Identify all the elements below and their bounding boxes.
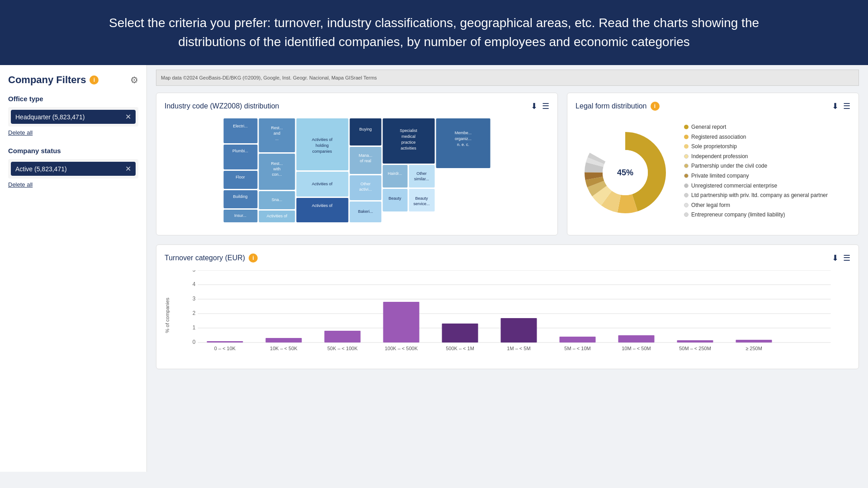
- legend-dot-sole-proprietorship: [684, 144, 689, 149]
- company-status-tag-text: Active (5,823,471): [15, 165, 67, 173]
- map-bar: Map data ©2024 GeoBasis-DE/BKG (©2009), …: [156, 70, 859, 86]
- industry-chart-title: Industry code (WZ2008) distribution: [165, 102, 279, 110]
- industry-chart-card: Industry code (WZ2008) distribution ⬇ ☰ …: [156, 93, 558, 235]
- turnover-chart-header: Turnover category (EUR) i ⬇ ☰: [165, 253, 850, 263]
- svg-text:Other: Other: [360, 182, 371, 186]
- svg-text:Electri...: Electri...: [233, 124, 248, 128]
- svg-text:≥ 250M: ≥ 250M: [745, 346, 762, 351]
- svg-text:Beauty: Beauty: [389, 196, 402, 201]
- legend-label-ltd-partnership: Ltd partnership with priv. ltd. company …: [691, 192, 828, 199]
- legal-form-chart-title: Legal form distribution: [576, 102, 646, 110]
- svg-text:50M – < 250M: 50M – < 250M: [679, 346, 711, 351]
- company-status-section: Company status Active (5,823,471) ✕ Dele…: [8, 147, 138, 188]
- svg-text:50K – < 100K: 50K – < 100K: [327, 346, 358, 351]
- legend-dot-unregistered: [684, 183, 689, 188]
- legal-form-download-icon[interactable]: ⬇: [832, 101, 839, 111]
- legend-item-private-limited: Private limited company: [684, 173, 828, 180]
- svg-text:5M – < 10M: 5M – < 10M: [564, 346, 590, 351]
- legend-item-independent-profession: Independent profession: [684, 153, 828, 160]
- svg-text:1M – < 5M: 1M – < 5M: [507, 346, 530, 351]
- company-status-delete-all[interactable]: Delete all: [8, 181, 138, 188]
- sidebar-title: Company Filters: [8, 74, 86, 86]
- svg-rect-28: [297, 198, 349, 222]
- company-status-remove-button[interactable]: ✕: [125, 164, 131, 173]
- legend-dot-private-limited: [684, 174, 689, 178]
- legend-item-sole-proprietorship: Sole proprietorship: [684, 143, 828, 150]
- legal-form-chart-title-row: Legal form distribution i: [576, 102, 659, 111]
- svg-rect-83: [207, 341, 243, 343]
- header-banner: Select the criteria you prefer: turnover…: [0, 0, 868, 65]
- industry-menu-icon[interactable]: ☰: [542, 101, 549, 111]
- svg-text:Mana...: Mana...: [359, 153, 373, 158]
- svg-text:3: 3: [193, 296, 196, 302]
- svg-text:5: 5: [193, 270, 196, 273]
- turnover-menu-icon[interactable]: ☰: [843, 253, 850, 263]
- svg-text:medical: medical: [401, 134, 415, 139]
- svg-text:with: with: [273, 167, 281, 171]
- svg-text:Bakeri...: Bakeri...: [358, 209, 373, 214]
- legal-form-menu-icon[interactable]: ☰: [843, 101, 850, 111]
- svg-text:con...: con...: [272, 172, 282, 177]
- sidebar-info-icon[interactable]: i: [90, 75, 99, 84]
- legal-form-chart-actions: ⬇ ☰: [832, 101, 850, 111]
- svg-text:Activities of: Activities of: [312, 182, 333, 186]
- svg-rect-97: [618, 335, 655, 343]
- legend-label-general-report: General report: [691, 124, 726, 131]
- svg-text:Rest...: Rest...: [271, 161, 283, 166]
- svg-text:100K – < 500K: 100K – < 500K: [385, 346, 418, 351]
- sidebar-header: Company Filters i ⚙: [8, 74, 138, 86]
- legend-label-other-legal: Other legal form: [691, 202, 730, 209]
- svg-text:Plumbi...: Plumbi...: [232, 149, 248, 153]
- turnover-chart-title-row: Turnover category (EUR) i: [165, 253, 258, 263]
- charts-row: Industry code (WZ2008) distribution ⬇ ☰ …: [156, 93, 859, 235]
- donut-chart-area: 45% General report Registered associatio…: [576, 118, 850, 227]
- y-axis-label: % of companies: [165, 270, 178, 361]
- office-type-tag-text: Headquarter (5,823,471): [15, 113, 85, 121]
- office-type-tag: Headquarter (5,823,471) ✕: [11, 110, 136, 124]
- svg-text:activities: activities: [401, 146, 416, 150]
- svg-text:activi...: activi...: [359, 187, 372, 192]
- svg-rect-87: [325, 331, 361, 343]
- svg-text:1: 1: [193, 324, 196, 331]
- legend-label-sole-proprietorship: Sole proprietorship: [691, 143, 737, 150]
- content-area: Map data ©2024 GeoBasis-DE/BKG (©2009), …: [147, 65, 868, 472]
- svg-rect-99: [677, 340, 713, 343]
- office-type-section: Office type Headquarter (5,823,471) ✕ De…: [8, 95, 138, 136]
- sidebar: Company Filters i ⚙ Office type Headquar…: [0, 65, 147, 472]
- legend-label-private-limited: Private limited company: [691, 173, 749, 180]
- map-bar-text: Map data ©2024 GeoBasis-DE/BKG (©2009), …: [161, 75, 377, 80]
- main-layout: Company Filters i ⚙ Office type Headquar…: [0, 65, 868, 472]
- turnover-chart-actions: ⬇ ☰: [832, 253, 850, 263]
- turnover-info-icon[interactable]: i: [249, 253, 258, 263]
- treemap-svg: Electri... Plumbi... Floor Building Insu…: [165, 118, 549, 222]
- industry-download-icon[interactable]: ⬇: [531, 101, 538, 111]
- svg-text:organiz...: organiz...: [455, 136, 472, 141]
- treemap-container: Electri... Plumbi... Floor Building Insu…: [165, 118, 549, 222]
- sidebar-title-row: Company Filters i: [8, 74, 99, 86]
- legal-form-info-icon[interactable]: i: [651, 102, 660, 111]
- svg-rect-95: [560, 337, 596, 343]
- bar-chart-wrapper: % of companies 0 1 2 3 4 5: [165, 270, 850, 361]
- legend-dot-other-legal: [684, 203, 689, 207]
- svg-rect-30: [350, 118, 382, 145]
- office-type-delete-all[interactable]: Delete all: [8, 129, 138, 136]
- svg-text:Activities of: Activities of: [312, 203, 333, 208]
- office-type-remove-button[interactable]: ✕: [125, 113, 131, 121]
- svg-rect-14: [259, 154, 295, 190]
- legend-label-unregistered: Unregistered commercial enterprise: [691, 183, 777, 190]
- svg-text:and: and: [274, 131, 280, 136]
- legend-dot-registered-association: [684, 135, 689, 139]
- svg-rect-4: [224, 171, 258, 189]
- turnover-download-icon[interactable]: ⬇: [832, 253, 839, 263]
- svg-text:Building: Building: [233, 194, 248, 199]
- settings-icon[interactable]: ⚙: [130, 75, 138, 85]
- svg-text:0: 0: [193, 339, 196, 345]
- svg-rect-101: [736, 340, 772, 343]
- svg-text:4: 4: [193, 281, 196, 287]
- legend-item-entrepreneur: Entrepreneur company (limited liability): [684, 211, 828, 219]
- svg-text:Insur...: Insur...: [234, 213, 246, 218]
- svg-rect-89: [383, 302, 420, 343]
- header-text: Select the criteria you prefer: turnover…: [109, 16, 759, 49]
- svg-text:Other: Other: [416, 171, 427, 176]
- svg-text:Rest...: Rest...: [271, 126, 283, 130]
